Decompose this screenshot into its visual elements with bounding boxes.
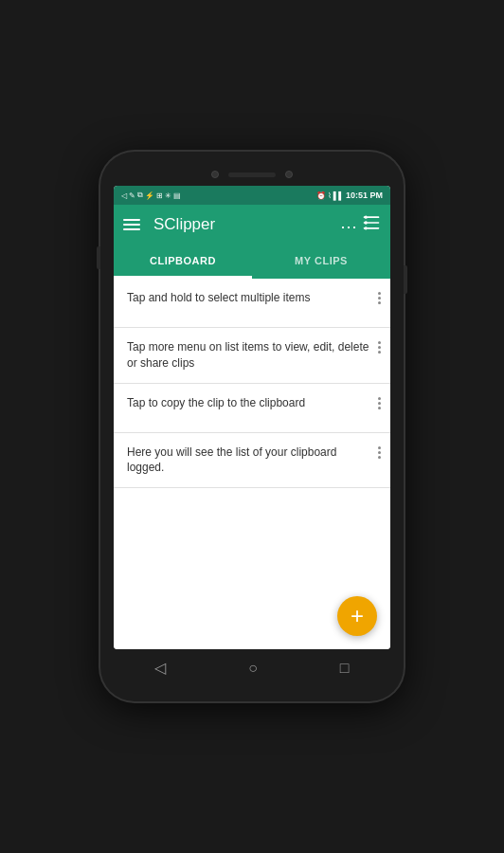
list-item-text: Tap and hold to select multiple items	[127, 290, 378, 306]
more-menu-icon[interactable]	[378, 339, 381, 354]
phone-nav: ◁ ○ □	[114, 649, 390, 681]
speaker	[228, 172, 276, 177]
tab-my-clips[interactable]: MY CLIPS	[252, 245, 390, 279]
phone-top	[114, 165, 390, 186]
back-status-icon: ◁	[121, 191, 127, 200]
status-bar: ◁ ✎ ⧉ ⚡ ⊞ ✳ ▤ ⏰ ⌇ ▌▌ 10:51 PM	[114, 186, 390, 205]
status-icons-right: ⏰ ⌇ ▌▌ 10:51 PM	[316, 191, 383, 200]
camera	[211, 171, 219, 178]
edit-status-icon: ✎	[129, 191, 135, 200]
add-icon: +	[351, 603, 364, 629]
back-nav-button[interactable]: ◁	[154, 659, 166, 677]
camera-front	[285, 171, 293, 178]
battery-status-icon: ▤	[173, 191, 181, 200]
tab-clipboard[interactable]: CLIPBOARD	[114, 245, 252, 279]
list-item[interactable]: Tap to copy the clip to the clipboard	[114, 384, 390, 433]
usb-status-icon: ⚡	[145, 191, 154, 200]
status-icons-left: ◁ ✎ ⧉ ⚡ ⊞ ✳ ▤	[121, 191, 181, 200]
list-item[interactable]: Here you will see the list of your clipb…	[114, 433, 390, 489]
chart-status-icon: ⊞	[156, 191, 163, 200]
app-title: SClipper	[153, 215, 340, 234]
tabs-container: CLIPBOARD MY CLIPS	[114, 245, 390, 279]
svg-point-2	[365, 227, 368, 229]
bluetooth-status-icon: ✳	[165, 191, 171, 200]
time-display: 10:51 PM	[346, 191, 383, 200]
svg-point-0	[365, 215, 368, 218]
add-fab-button[interactable]: +	[337, 596, 377, 636]
wifi-status-icon: ⌇	[328, 191, 332, 200]
signal-status-icon: ▌▌	[333, 191, 344, 200]
svg-point-1	[365, 221, 368, 224]
hamburger-menu-icon[interactable]	[123, 219, 140, 230]
home-nav-button[interactable]: ○	[248, 660, 258, 677]
list-item-text: Tap to copy the clip to the clipboard	[127, 395, 378, 411]
list-item[interactable]: Tap and hold to select multiple items	[114, 279, 390, 328]
recents-nav-button[interactable]: □	[340, 660, 350, 677]
list-item-text: Tap more menu on list items to view, edi…	[127, 339, 378, 372]
more-menu-icon[interactable]	[378, 395, 381, 409]
more-menu-icon[interactable]	[378, 290, 381, 304]
filter-icon[interactable]: ⋯	[340, 213, 381, 237]
copy-status-icon: ⧉	[137, 191, 143, 200]
list-item-text: Here you will see the list of your clipb…	[127, 445, 378, 477]
phone-bottom	[114, 681, 390, 688]
list-item[interactable]: Tap more menu on list items to view, edi…	[114, 328, 390, 384]
alarm-status-icon: ⏰	[316, 191, 326, 200]
toolbar: SClipper ⋯	[114, 205, 390, 245]
content-area: Tap and hold to select multiple items Ta…	[114, 279, 390, 649]
more-menu-icon[interactable]	[378, 445, 381, 459]
